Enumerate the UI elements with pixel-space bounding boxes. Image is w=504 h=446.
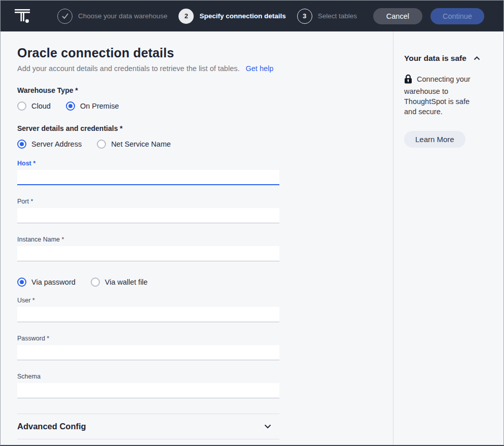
data-safety-text: Connecting your warehouse to ThoughtSpot… [404,74,481,117]
step-3-label: Select tables [318,12,357,20]
server-details-label: Server details and credentials * [17,124,393,132]
radio-on-premise[interactable]: On Premise [66,101,119,111]
password-input[interactable] [17,345,279,360]
connection-form: Oracle connection details Add your accou… [1,31,393,445]
thoughtspot-logo-icon [15,9,32,24]
stepper: Choose your data warehouse 2 Specify con… [57,9,357,24]
radio-cloud-control[interactable] [17,101,26,111]
continue-button[interactable]: Continue [430,8,484,24]
password-label: Password * [17,335,279,342]
radio-server-address-control[interactable] [17,140,26,149]
instance-name-input[interactable] [17,246,279,261]
connection-setup-window: Choose your data warehouse 2 Specify con… [0,0,504,446]
warehouse-type-options: Cloud On Premise [17,101,393,111]
radio-on-premise-control[interactable] [66,101,75,111]
radio-net-service-name-control[interactable] [97,140,106,149]
cancel-button[interactable]: Cancel [373,8,422,24]
step-connection-details[interactable]: 2 Specify connection details [178,9,285,24]
step-select-tables[interactable]: 3 Select tables [297,9,357,24]
user-field-group: User * [17,297,279,322]
data-safety-body: Connecting your warehouse to ThoughtSpot… [404,75,471,116]
server-details-options: Server Address Net Service Name [17,140,393,149]
divider [17,439,279,439]
schema-label: Schema [17,373,279,380]
chevron-up-icon[interactable] [474,56,480,60]
radio-via-password-control[interactable] [17,278,26,287]
data-safety-panel: Your data is safe Connecting your wareho… [393,31,503,445]
main-area: Oracle connection details Add your accou… [1,31,503,445]
step-2-label: Specify connection details [199,12,285,20]
user-input[interactable] [17,307,279,322]
top-bar: Choose your data warehouse 2 Specify con… [1,1,503,31]
data-safety-header[interactable]: Your data is safe [404,54,491,63]
step-1-label: Choose your data warehouse [78,12,167,20]
radio-via-wallet-file[interactable]: Via wallet file [91,278,148,287]
port-field-group: Port * [17,198,279,223]
step-3-circle: 3 [297,9,312,24]
radio-net-service-name[interactable]: Net Service Name [97,140,171,149]
learn-more-button[interactable]: Learn More [404,131,465,148]
user-label: User * [17,297,279,304]
host-field-group: Host * [17,160,279,185]
page-subtitle-row: Add your account details and credentials… [17,64,393,73]
auth-method-options: Via password Via wallet file [17,278,393,287]
instance-name-field-group: Instance Name * [17,236,279,261]
radio-server-address[interactable]: Server Address [17,140,82,149]
step-2-circle: 2 [178,9,194,24]
host-label: Host * [17,160,279,167]
password-field-group: Password * [17,335,279,360]
lock-icon [404,74,412,86]
radio-cloud[interactable]: Cloud [17,101,51,111]
port-label: Port * [17,198,279,205]
schema-input[interactable] [17,383,279,398]
advanced-config-label: Advanced Config [17,422,86,431]
radio-via-password[interactable]: Via password [17,278,76,287]
page-title: Oracle connection details [17,46,393,60]
warehouse-type-label: Warehouse Type * [17,86,393,94]
radio-via-wallet-file-control[interactable] [91,278,100,287]
step-1-check-circle [57,9,73,24]
get-help-link[interactable]: Get help [246,64,274,73]
advanced-config-toggle[interactable]: Advanced Config [17,414,279,439]
port-input[interactable] [17,208,279,223]
chevron-down-icon [264,424,271,429]
step-choose-warehouse[interactable]: Choose your data warehouse [57,9,167,24]
schema-field-group: Schema [17,373,279,398]
host-input[interactable] [17,170,279,185]
instance-name-label: Instance Name * [17,236,279,243]
page-subtitle: Add your account details and credentials… [17,64,239,73]
check-icon [61,13,69,19]
data-safety-title: Your data is safe [404,54,466,63]
